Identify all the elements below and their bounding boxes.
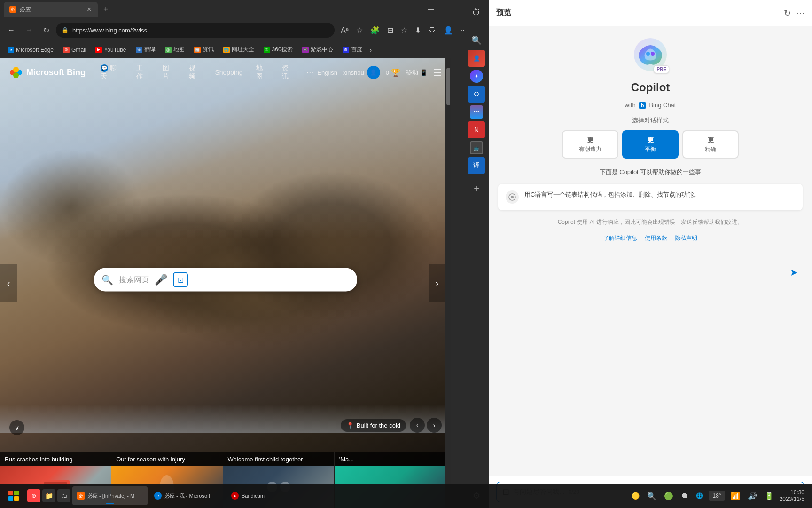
style-balanced-button[interactable]: 更 平衡 xyxy=(622,130,679,159)
pre-badge: PRE xyxy=(654,65,669,73)
news-next-button[interactable]: › xyxy=(429,264,445,302)
address-bar[interactable]: 🔒 https://www.bing.com/?wlss... xyxy=(56,23,335,38)
nav-work[interactable]: 工作 xyxy=(131,61,155,84)
collections-button[interactable]: ☆ xyxy=(398,23,411,38)
favorites-button[interactable]: ☆ xyxy=(353,23,366,38)
bookmark-youxi[interactable]: 🎮 游戏中心 xyxy=(298,44,337,56)
bing-right-area: English xinshou 👤 0 🏆 移动 📱 ☰ xyxy=(317,66,442,79)
side-icon-red[interactable]: 👤 xyxy=(468,50,485,67)
network-icon[interactable]: 📶 xyxy=(729,490,742,502)
style-balanced-bottom: 平衡 xyxy=(645,145,656,153)
search-box[interactable]: 🔍 搜索网页 🎤 ⊡ xyxy=(94,268,357,292)
microphone-button[interactable]: 🎤 xyxy=(155,274,167,286)
taskbar-files-icon[interactable]: 🗂 xyxy=(57,489,70,502)
suggestion-card[interactable]: 用C语言写一个链表结构代码，包括添加、删除、找节点的功能。 xyxy=(498,184,803,210)
tray-icon-1[interactable]: 🟡 xyxy=(630,490,641,501)
right-arrow-icon: › xyxy=(436,278,439,289)
new-tab-button[interactable]: + xyxy=(100,3,112,16)
side-translate-icon[interactable]: 译 xyxy=(468,157,485,174)
bookmark-zixun[interactable]: 📰 资讯 xyxy=(190,44,218,56)
side-wave-icon[interactable]: 〜 xyxy=(468,103,485,120)
bookmark-edge[interactable]: e Microsoft Edge xyxy=(4,45,57,55)
nav-maps[interactable]: 地图 xyxy=(250,61,275,84)
visual-search-button[interactable]: ⊡ xyxy=(173,272,188,287)
nav-more-button[interactable]: ··· xyxy=(303,66,317,79)
news-prev-button[interactable]: ‹ xyxy=(0,264,17,302)
battery-icon[interactable]: 🔋 xyxy=(763,490,776,502)
privacy-link[interactable]: 隐私声明 xyxy=(675,234,697,242)
extensions-button[interactable]: 🧩 xyxy=(367,23,383,38)
style-precise-button[interactable]: 更 精确 xyxy=(682,130,739,159)
scroll-down-button[interactable]: ∨ xyxy=(9,420,24,435)
bing-scrollbar[interactable] xyxy=(445,58,451,508)
side-tv-icon[interactable]: 📺 xyxy=(468,139,485,156)
tab-close-button[interactable]: ✕ xyxy=(86,6,92,13)
side-onenote-icon[interactable]: N xyxy=(468,121,485,138)
side-search-icon[interactable]: 🔍 xyxy=(468,32,485,49)
forward-button[interactable]: → xyxy=(22,23,37,37)
panel-refresh-button[interactable]: ↻ xyxy=(784,8,791,18)
back-button[interactable]: ← xyxy=(4,23,19,37)
next-arrow-button[interactable]: › xyxy=(427,418,442,433)
taskbar-icon-1[interactable]: ⊕ xyxy=(27,489,40,502)
nav-images[interactable]: 图片 xyxy=(157,61,181,84)
active-tab[interactable]: 必 必应 ✕ xyxy=(4,2,98,17)
security-button[interactable]: 🛡 xyxy=(425,23,439,37)
style-balanced-top: 更 xyxy=(648,136,654,144)
taskbar-bandicam[interactable]: ● Bandicam xyxy=(226,486,288,505)
url-text: https://www.bing.com/?wlss... xyxy=(72,27,329,34)
sound-icon[interactable]: 🔊 xyxy=(746,490,759,502)
more-bookmarks-button[interactable]: › xyxy=(368,44,374,56)
tray-icon-5[interactable]: 🌐 xyxy=(694,491,705,501)
prev-arrow-button[interactable]: ‹ xyxy=(410,418,425,433)
bing-logo[interactable]: Microsoft Bing xyxy=(9,66,86,79)
start-button[interactable] xyxy=(4,486,23,505)
panel-title: 预览 xyxy=(496,8,778,18)
panel-more-button[interactable]: ··· xyxy=(796,8,804,18)
downloads-button[interactable]: ⬇ xyxy=(412,23,424,38)
side-history-icon[interactable]: ⏱ xyxy=(468,4,485,21)
taskbar-browser-1[interactable]: 必 必应 - [InPrivate] - M xyxy=(72,486,148,505)
bookmark-fanyi[interactable]: 译 翻译 xyxy=(132,44,159,56)
read-mode-button[interactable]: Aᵃ xyxy=(337,23,352,38)
system-clock[interactable]: 10:30 2023/11/5 xyxy=(780,489,804,502)
bookmark-map[interactable]: ◎ 地图 xyxy=(161,44,188,56)
nav-icons: Aᵃ ☆ 🧩 ⊟ ☆ ⬇ 🛡 👤 ··· C xyxy=(337,23,485,38)
split-view-button[interactable]: ⊟ xyxy=(384,23,397,38)
nav-chat[interactable]: 💬聊天 xyxy=(95,61,129,84)
send-button[interactable]: ➤ xyxy=(790,267,798,278)
minimize-button[interactable]: — xyxy=(420,2,442,17)
side-add-button[interactable]: + xyxy=(468,180,485,197)
profile-button[interactable]: 👤 xyxy=(440,23,456,38)
tray-icon-4[interactable]: ⏺ xyxy=(679,490,690,502)
nav-video[interactable]: 视频 xyxy=(183,61,208,84)
terms-link[interactable]: 使用条款 xyxy=(645,234,667,242)
taskbar-browser-2[interactable]: e 必应 - 我 - Microsoft xyxy=(149,486,225,505)
taskbar-explorer-icon[interactable]: 📁 xyxy=(42,489,55,502)
bookmark-360[interactable]: ③ 360搜索 xyxy=(260,44,297,56)
side-icon-purple[interactable]: ✦ xyxy=(468,68,485,85)
learn-more-link[interactable]: 了解详细信息 xyxy=(603,234,637,242)
language-button[interactable]: English xyxy=(317,69,337,76)
tray-icon-2[interactable]: 🔍 xyxy=(645,490,658,502)
search-input[interactable]: 搜索网页 xyxy=(119,275,149,285)
mobile-button[interactable]: 移动 📱 xyxy=(406,68,428,77)
bookmark-baidu[interactable]: 百 百度 xyxy=(339,44,366,56)
bookmark-fanyi-label: 翻译 xyxy=(144,46,156,54)
nav-news[interactable]: 资讯 xyxy=(276,61,301,84)
tray-icon-3[interactable]: 🟢 xyxy=(662,490,675,502)
refresh-button[interactable]: ↻ xyxy=(39,23,53,38)
user-avatar[interactable]: 👤 xyxy=(367,66,380,79)
hamburger-menu[interactable]: ☰ xyxy=(433,67,442,78)
side-outlook-icon[interactable]: O xyxy=(468,86,485,103)
temperature-display[interactable]: 18° xyxy=(709,491,725,501)
nav-shopping[interactable]: Shopping xyxy=(209,66,248,79)
maximize-button[interactable]: □ xyxy=(442,2,463,17)
bookmark-map-label: 地图 xyxy=(173,46,185,54)
bookmark-youxi-label: 游戏中心 xyxy=(311,46,333,54)
bookmark-youtube[interactable]: ▶ YouTube xyxy=(92,45,130,55)
bookmark-gmail[interactable]: G Gmail xyxy=(59,45,90,55)
copilot-panel: 预览 ↻ ··· PRE Copil xyxy=(489,0,812,508)
bookmark-wangzhi[interactable]: 🌐 网址大全 xyxy=(219,44,258,56)
style-creative-button[interactable]: 更 有创造力 xyxy=(562,130,618,159)
